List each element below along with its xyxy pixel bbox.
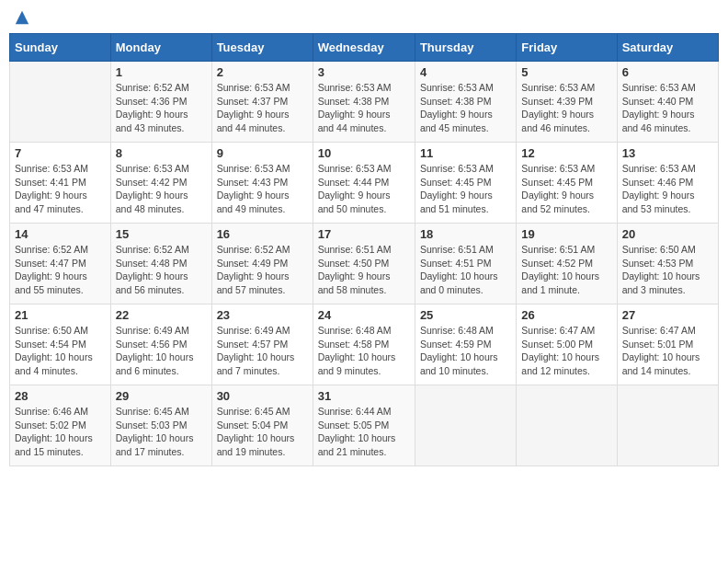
calendar-week-row: 1Sunrise: 6:52 AM Sunset: 4:36 PM Daylig… xyxy=(10,62,719,143)
calendar-cell: 21Sunrise: 6:50 AM Sunset: 4:54 PM Dayli… xyxy=(10,304,111,385)
page-header xyxy=(9,9,719,26)
calendar-cell: 4Sunrise: 6:53 AM Sunset: 4:38 PM Daylig… xyxy=(415,62,516,143)
day-number: 9 xyxy=(217,146,308,160)
day-number: 10 xyxy=(318,146,410,160)
calendar-cell: 3Sunrise: 6:53 AM Sunset: 4:38 PM Daylig… xyxy=(313,62,415,143)
calendar-cell: 6Sunrise: 6:53 AM Sunset: 4:40 PM Daylig… xyxy=(617,62,718,143)
day-header-wednesday: Wednesday xyxy=(313,34,415,62)
day-info: Sunrise: 6:53 AM Sunset: 4:38 PM Dayligh… xyxy=(420,81,511,135)
day-info: Sunrise: 6:52 AM Sunset: 4:49 PM Dayligh… xyxy=(217,243,308,297)
calendar-cell xyxy=(415,385,516,466)
day-number: 14 xyxy=(15,227,106,241)
day-info: Sunrise: 6:53 AM Sunset: 4:39 PM Dayligh… xyxy=(521,81,611,135)
logo-icon xyxy=(14,9,30,26)
day-info: Sunrise: 6:48 AM Sunset: 4:58 PM Dayligh… xyxy=(318,324,410,378)
day-number: 20 xyxy=(622,227,713,241)
calendar-week-row: 28Sunrise: 6:46 AM Sunset: 5:02 PM Dayli… xyxy=(10,385,719,466)
calendar-cell: 27Sunrise: 6:47 AM Sunset: 5:01 PM Dayli… xyxy=(617,304,718,385)
day-number: 13 xyxy=(622,146,713,160)
day-number: 3 xyxy=(318,65,410,79)
day-number: 11 xyxy=(420,146,511,160)
day-number: 19 xyxy=(521,227,611,241)
calendar-cell: 29Sunrise: 6:45 AM Sunset: 5:03 PM Dayli… xyxy=(110,385,211,466)
day-info: Sunrise: 6:51 AM Sunset: 4:50 PM Dayligh… xyxy=(318,243,410,297)
day-header-thursday: Thursday xyxy=(415,34,516,62)
calendar-week-row: 7Sunrise: 6:53 AM Sunset: 4:41 PM Daylig… xyxy=(10,143,719,224)
day-header-friday: Friday xyxy=(517,34,617,62)
day-number: 6 xyxy=(622,65,713,79)
day-number: 17 xyxy=(318,227,410,241)
calendar-cell: 25Sunrise: 6:48 AM Sunset: 4:59 PM Dayli… xyxy=(415,304,516,385)
day-info: Sunrise: 6:53 AM Sunset: 4:44 PM Dayligh… xyxy=(318,162,410,216)
calendar-cell: 7Sunrise: 6:53 AM Sunset: 4:41 PM Daylig… xyxy=(10,143,111,224)
calendar-cell xyxy=(517,385,617,466)
day-info: Sunrise: 6:50 AM Sunset: 4:54 PM Dayligh… xyxy=(15,324,106,378)
day-info: Sunrise: 6:53 AM Sunset: 4:42 PM Dayligh… xyxy=(116,162,207,216)
day-header-sunday: Sunday xyxy=(10,34,111,62)
day-info: Sunrise: 6:53 AM Sunset: 4:40 PM Dayligh… xyxy=(622,81,713,135)
day-number: 29 xyxy=(116,389,207,403)
calendar-cell: 24Sunrise: 6:48 AM Sunset: 4:58 PM Dayli… xyxy=(313,304,415,385)
day-info: Sunrise: 6:47 AM Sunset: 5:01 PM Dayligh… xyxy=(622,324,713,378)
day-number: 18 xyxy=(420,227,511,241)
day-number: 30 xyxy=(217,389,308,403)
day-number: 7 xyxy=(15,146,106,160)
day-number: 4 xyxy=(420,65,511,79)
day-info: Sunrise: 6:51 AM Sunset: 4:52 PM Dayligh… xyxy=(521,243,611,297)
day-number: 24 xyxy=(318,308,410,322)
calendar-cell: 10Sunrise: 6:53 AM Sunset: 4:44 PM Dayli… xyxy=(313,143,415,224)
day-info: Sunrise: 6:47 AM Sunset: 5:00 PM Dayligh… xyxy=(521,324,611,378)
calendar-cell: 5Sunrise: 6:53 AM Sunset: 4:39 PM Daylig… xyxy=(517,62,617,143)
day-info: Sunrise: 6:46 AM Sunset: 5:02 PM Dayligh… xyxy=(15,405,106,459)
day-info: Sunrise: 6:53 AM Sunset: 4:45 PM Dayligh… xyxy=(521,162,611,216)
day-info: Sunrise: 6:53 AM Sunset: 4:45 PM Dayligh… xyxy=(420,162,511,216)
day-info: Sunrise: 6:49 AM Sunset: 4:57 PM Dayligh… xyxy=(217,324,308,378)
calendar-cell: 8Sunrise: 6:53 AM Sunset: 4:42 PM Daylig… xyxy=(110,143,211,224)
day-info: Sunrise: 6:49 AM Sunset: 4:56 PM Dayligh… xyxy=(116,324,207,378)
calendar-cell: 14Sunrise: 6:52 AM Sunset: 4:47 PM Dayli… xyxy=(10,224,111,304)
calendar-week-row: 21Sunrise: 6:50 AM Sunset: 4:54 PM Dayli… xyxy=(10,304,719,385)
svg-marker-0 xyxy=(16,11,28,24)
calendar-cell xyxy=(617,385,718,466)
day-number: 15 xyxy=(116,227,207,241)
calendar-table: SundayMondayTuesdayWednesdayThursdayFrid… xyxy=(9,33,719,466)
logo xyxy=(13,9,30,26)
day-info: Sunrise: 6:44 AM Sunset: 5:05 PM Dayligh… xyxy=(318,405,410,459)
calendar-cell: 26Sunrise: 6:47 AM Sunset: 5:00 PM Dayli… xyxy=(517,304,617,385)
day-info: Sunrise: 6:45 AM Sunset: 5:04 PM Dayligh… xyxy=(217,405,308,459)
calendar-cell: 20Sunrise: 6:50 AM Sunset: 4:53 PM Dayli… xyxy=(617,224,718,304)
calendar-cell: 11Sunrise: 6:53 AM Sunset: 4:45 PM Dayli… xyxy=(415,143,516,224)
day-info: Sunrise: 6:45 AM Sunset: 5:03 PM Dayligh… xyxy=(116,405,207,459)
calendar-cell xyxy=(10,62,111,143)
calendar-cell: 15Sunrise: 6:52 AM Sunset: 4:48 PM Dayli… xyxy=(110,224,211,304)
calendar-cell: 16Sunrise: 6:52 AM Sunset: 4:49 PM Dayli… xyxy=(211,224,313,304)
calendar-cell: 9Sunrise: 6:53 AM Sunset: 4:43 PM Daylig… xyxy=(211,143,313,224)
day-number: 12 xyxy=(521,146,611,160)
day-number: 22 xyxy=(116,308,207,322)
calendar-cell: 17Sunrise: 6:51 AM Sunset: 4:50 PM Dayli… xyxy=(313,224,415,304)
calendar-header-row: SundayMondayTuesdayWednesdayThursdayFrid… xyxy=(10,34,719,62)
day-header-saturday: Saturday xyxy=(617,34,718,62)
calendar-cell: 23Sunrise: 6:49 AM Sunset: 4:57 PM Dayli… xyxy=(211,304,313,385)
day-number: 25 xyxy=(420,308,511,322)
day-info: Sunrise: 6:50 AM Sunset: 4:53 PM Dayligh… xyxy=(622,243,713,297)
calendar-body: 1Sunrise: 6:52 AM Sunset: 4:36 PM Daylig… xyxy=(10,62,719,466)
day-number: 26 xyxy=(521,308,611,322)
calendar-cell: 28Sunrise: 6:46 AM Sunset: 5:02 PM Dayli… xyxy=(10,385,111,466)
day-number: 8 xyxy=(116,146,207,160)
day-header-tuesday: Tuesday xyxy=(211,34,313,62)
day-number: 5 xyxy=(521,65,611,79)
calendar-cell: 19Sunrise: 6:51 AM Sunset: 4:52 PM Dayli… xyxy=(517,224,617,304)
day-info: Sunrise: 6:52 AM Sunset: 4:47 PM Dayligh… xyxy=(15,243,106,297)
day-info: Sunrise: 6:52 AM Sunset: 4:36 PM Dayligh… xyxy=(116,81,207,135)
day-number: 28 xyxy=(15,389,106,403)
calendar-cell: 22Sunrise: 6:49 AM Sunset: 4:56 PM Dayli… xyxy=(110,304,211,385)
calendar-cell: 1Sunrise: 6:52 AM Sunset: 4:36 PM Daylig… xyxy=(110,62,211,143)
calendar-cell: 12Sunrise: 6:53 AM Sunset: 4:45 PM Dayli… xyxy=(517,143,617,224)
day-info: Sunrise: 6:51 AM Sunset: 4:51 PM Dayligh… xyxy=(420,243,511,297)
day-info: Sunrise: 6:48 AM Sunset: 4:59 PM Dayligh… xyxy=(420,324,511,378)
day-info: Sunrise: 6:53 AM Sunset: 4:43 PM Dayligh… xyxy=(217,162,308,216)
day-number: 2 xyxy=(217,65,308,79)
calendar-cell: 18Sunrise: 6:51 AM Sunset: 4:51 PM Dayli… xyxy=(415,224,516,304)
day-number: 21 xyxy=(15,308,106,322)
